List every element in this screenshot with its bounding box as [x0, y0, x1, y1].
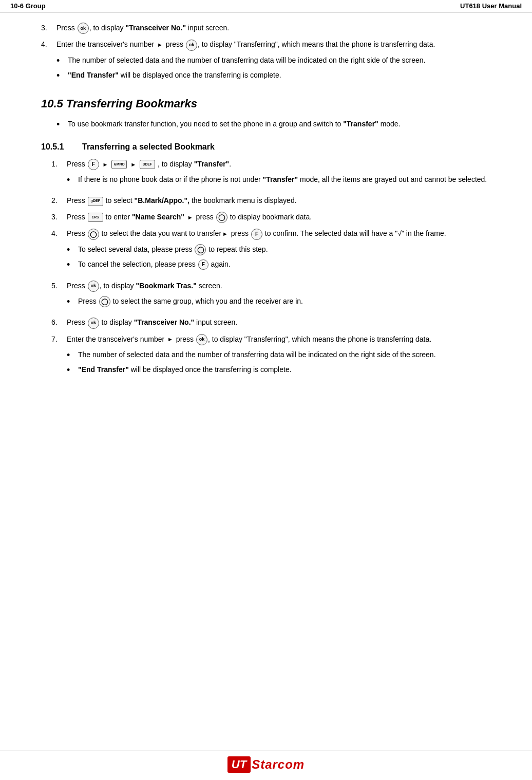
- header-left: 10-6 Group: [10, 2, 46, 10]
- 1rs-button: 1RS: [88, 213, 103, 222]
- arrow-icon: ►: [222, 230, 228, 238]
- bullet-item: • Press ◯ to select the same group, whic…: [67, 296, 501, 308]
- subsection-number: 10.5.1: [41, 142, 82, 152]
- step4-bullets: • To select several data, please press ◯…: [67, 244, 501, 271]
- circle-btn-step3: ◯: [216, 212, 227, 223]
- ok-button-step7: ok: [196, 334, 207, 345]
- step-3: 3. Press 1RS to enter "Name Search" ► pr…: [51, 212, 501, 223]
- step-7: 7. Enter the transceiver's number ► pres…: [51, 334, 501, 381]
- subsection-title: Transferring a selected Bookmark: [82, 142, 215, 152]
- bullet-item: • If there is no phone book data or if t…: [67, 174, 501, 186]
- top-item-4: 4. Enter the transceiver's number ► pres…: [41, 39, 501, 86]
- bullet-item: • "End Transfer" will be displayed once …: [56, 70, 501, 82]
- starcom-logo: Starcom: [252, 757, 305, 772]
- step7-bullets: • The number of selected data and the nu…: [67, 349, 501, 377]
- section-10-5-intro: • To use bookmark transfer function, you…: [56, 119, 501, 131]
- 3def-button: 3DEF: [140, 160, 155, 169]
- ok-button-top3: ok: [78, 23, 89, 34]
- bullet-item: • The number of selected data and the nu…: [67, 349, 501, 361]
- bullet-item: • To cancel the selection, please press …: [67, 259, 501, 271]
- top-item-3: 3. Press ok, to display "Transceiver No.…: [41, 23, 501, 34]
- 6mno-button: 6MNO: [111, 160, 127, 169]
- page-header: 10-6 Group UT618 User Manual: [0, 0, 532, 12]
- ok-button-step5: ok: [88, 281, 99, 292]
- step-4: 4. Press ◯ to select the data you want t…: [51, 228, 501, 275]
- top-item4-bullets: • The number of selected data and the nu…: [56, 55, 501, 82]
- step-6: 6. Press ok to display "Transceiver No."…: [51, 317, 501, 328]
- steps-list: 1. Press F ► 6MNO ► 3DEF , to display "T…: [51, 159, 501, 381]
- ut-logo: UT: [227, 756, 251, 773]
- step-2: 2. Press 3DEF to select "B.Mark/Appo.", …: [51, 195, 501, 207]
- step-1: 1. Press F ► 6MNO ► 3DEF , to display "T…: [51, 159, 501, 191]
- step5-bullets: • Press ◯ to select the same group, whic…: [67, 296, 501, 308]
- top-continuation: 3. Press ok, to display "Transceiver No.…: [41, 23, 501, 86]
- bullet-item: • "End Transfer" will be displayed once …: [67, 364, 501, 376]
- 3def-button-step2: 3DEF: [88, 197, 103, 206]
- arrow-right-icon: ►: [157, 41, 163, 49]
- f-button-step1: F: [88, 159, 99, 170]
- top-item3-press: Press: [56, 24, 75, 32]
- bullet-item: • The number of selected data and the nu…: [56, 55, 501, 67]
- step1-bullets: • If there is no phone book data or if t…: [67, 174, 501, 186]
- circle-btn-step4b: ◯: [195, 244, 206, 255]
- ok-button-step6: ok: [88, 318, 99, 329]
- section-10-5-1-heading-row: 10.5.1 Transferring a selected Bookmark: [41, 142, 501, 152]
- f-button-step4c: F: [198, 259, 208, 270]
- arrow-icon: ►: [130, 160, 136, 169]
- step-5: 5. Press ok, to display "Bookmark Tras."…: [51, 281, 501, 312]
- arrow-icon: ►: [167, 335, 173, 344]
- ok-button-top4: ok: [186, 40, 197, 51]
- section-10-5-heading: 10.5 Transferring Bookmarks: [41, 97, 501, 110]
- arrow-icon: ►: [187, 213, 193, 222]
- header-right: UT618 User Manual: [460, 2, 522, 10]
- page-footer: UT Starcom: [0, 751, 532, 780]
- circle-btn-step5: ◯: [99, 296, 110, 307]
- f-button-step4: F: [251, 229, 262, 240]
- bullet-item: • To select several data, please press ◯…: [67, 244, 501, 256]
- main-content: 3. Press ok, to display "Transceiver No.…: [0, 12, 532, 427]
- ut-starcom-logo: UT Starcom: [227, 756, 305, 773]
- circle-btn-step4a: ◯: [88, 229, 99, 240]
- arrow-icon: ►: [103, 160, 108, 169]
